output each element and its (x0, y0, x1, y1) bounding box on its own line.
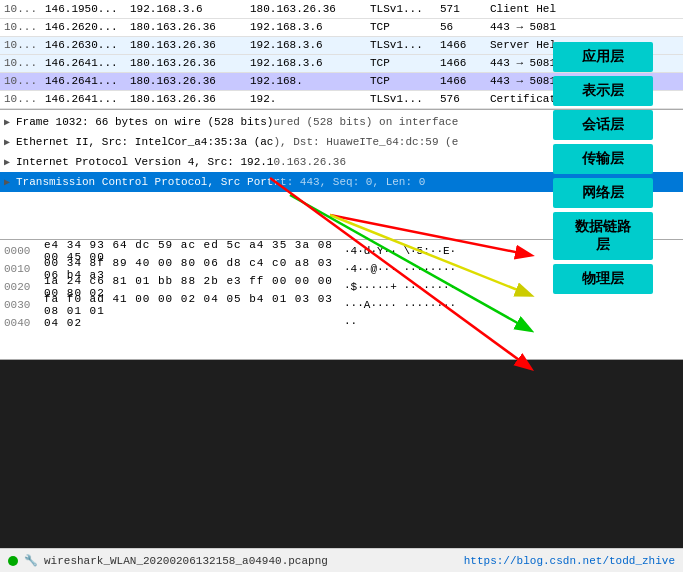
detail-row[interactable]: ▶Internet Protocol Version 4, Src: 192.1… (0, 152, 683, 172)
status-left: 🔧 wireshark_WLAN_20200206132158_a04940.p… (8, 554, 328, 567)
hex-row: 0030fa f0 ad 41 00 00 02 04 05 b4 01 03 … (4, 296, 679, 314)
detail-row[interactable]: ▶Transmission Control Protocol, Src Port… (0, 172, 683, 192)
status-bar: 🔧 wireshark_WLAN_20200206132158_a04940.p… (0, 548, 683, 572)
hex-offset: 0010 (4, 263, 44, 275)
hex-offset: 0020 (4, 281, 44, 293)
detail-suffix: rt: 443, Seq: 0, Len: 0 (273, 176, 425, 188)
detail-text: Transmission Control Protocol, Src Port (16, 176, 273, 188)
detail-suffix: 0.163.26.36 (273, 156, 346, 168)
hex-offset: 0040 (4, 317, 44, 329)
packet-row[interactable]: 10... 146.2641... 180.163.26.36 192.168.… (0, 72, 683, 90)
packet-list[interactable]: 10... 146.1950... 192.168.3.6 180.163.26… (0, 0, 683, 110)
hex-ascii: ·4··@··· ········ (344, 263, 456, 275)
hex-dump: 0000e4 34 93 64 dc 59 ac ed 5c a4 35 3a … (0, 240, 683, 360)
detail-row[interactable]: ▶Ethernet II, Src: IntelCor_a4:35:3a (ac… (0, 132, 683, 152)
hex-ascii: ·$·····+ ········ (344, 281, 456, 293)
hex-ascii: ···A···· ········ (344, 299, 456, 311)
detail-text: Internet Protocol Version 4, Src: 192.1 (16, 156, 273, 168)
packet-row[interactable]: 10... 146.2630... 180.163.26.36 192.168.… (0, 36, 683, 54)
status-dot (8, 556, 18, 566)
hex-offset: 0030 (4, 299, 44, 311)
status-icon-2: 🔧 (24, 554, 38, 567)
detail-row[interactable]: ▶Frame 1032: 66 bytes on wire (528 bits)… (0, 112, 683, 132)
hex-row: 004004 02·· (4, 314, 679, 332)
url-label: https://blog.csdn.net/todd_zhive (464, 555, 675, 567)
hex-ascii: ·· (344, 317, 357, 329)
packet-row[interactable]: 10... 146.1950... 192.168.3.6 180.163.26… (0, 0, 683, 18)
hex-offset: 0000 (4, 245, 44, 257)
hex-ascii: ·4·d·Y·· \·5:··E· (344, 245, 456, 257)
expand-icon: ▶ (4, 156, 16, 168)
detail-suffix: ), Dst: HuaweITe_64:dc:59 (e (273, 136, 458, 148)
detail-text: Ethernet II, Src: IntelCor_a4:35:3a (ac (16, 136, 273, 148)
packet-row[interactable]: 10... 146.2620... 180.163.26.36 192.168.… (0, 18, 683, 36)
hex-bytes: 04 02 (44, 317, 344, 329)
packet-row[interactable]: 10... 146.2641... 180.163.26.36 192.168.… (0, 54, 683, 72)
expand-icon: ▶ (4, 116, 16, 128)
expand-icon: ▶ (4, 136, 16, 148)
expand-icon: ▶ (4, 176, 16, 188)
hex-bytes: fa f0 ad 41 00 00 02 04 05 b4 01 03 03 0… (44, 293, 344, 317)
packet-row[interactable]: 10... 146.2641... 180.163.26.36 192. TLS… (0, 90, 683, 108)
detail-text: Frame 1032: 66 bytes on wire (528 bits) (16, 116, 273, 128)
packet-detail[interactable]: ▶Frame 1032: 66 bytes on wire (528 bits)… (0, 110, 683, 240)
detail-suffix: ured (528 bits) on interface (273, 116, 458, 128)
filename-label: wireshark_WLAN_20200206132158_a04940.pca… (44, 555, 328, 567)
